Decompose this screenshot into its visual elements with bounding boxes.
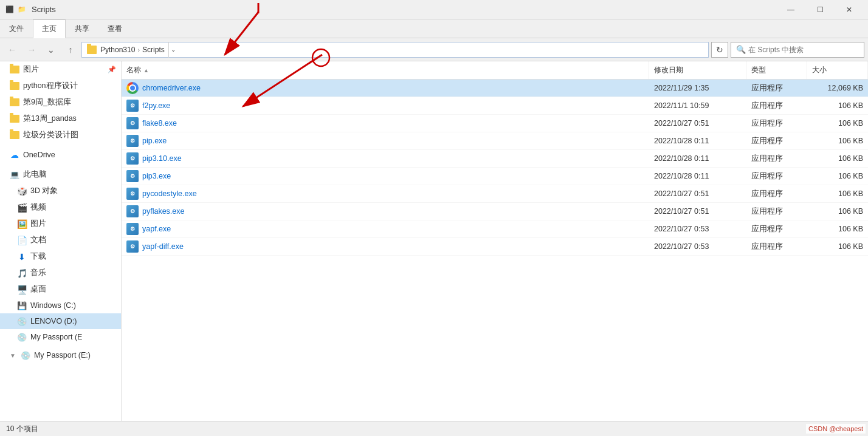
address-dropdown-button[interactable]: ⌄: [168, 42, 178, 58]
tab-home[interactable]: 主页: [33, 19, 66, 38]
sort-arrow-name: ▲: [143, 67, 149, 73]
table-row[interactable]: chromedriver.exe 2022/11/29 1:35 应用程序 12…: [122, 80, 868, 97]
table-row[interactable]: ⚙ yapf-diff.exe 2022/10/27 0:53 应用程序 106…: [122, 238, 868, 256]
watermark: CSDN @cheapest: [806, 424, 866, 434]
folder-icon: [10, 115, 19, 123]
title-bar-left-icons: ⬛ 📁: [5, 5, 27, 15]
sidebar-item-music[interactable]: 🎵 音乐: [0, 265, 121, 281]
sidebar-item-label: 垃圾分类设计图: [23, 130, 78, 140]
col-header-date[interactable]: 修改日期: [649, 61, 746, 79]
file-name: flake8.exe: [142, 119, 177, 128]
file-type-cell: 应用程序: [746, 185, 807, 202]
sidebar-item-garbage[interactable]: 垃圾分类设计图: [0, 127, 121, 143]
folder-icon: [10, 66, 19, 73]
sidebar-item-downloads[interactable]: ⬇ 下载: [0, 248, 121, 265]
sidebar-item-drive-d[interactable]: 💿 LENOVO (D:): [0, 313, 121, 329]
exe-icon: ⚙: [126, 188, 139, 200]
ribbon-tabs: 文件 主页 共享 查看: [0, 19, 868, 38]
tab-file[interactable]: 文件: [0, 19, 33, 38]
sidebar-item-docs[interactable]: 📄 文档: [0, 232, 121, 248]
table-row[interactable]: ⚙ pip.exe 2022/10/28 0:11 应用程序 106 KB: [122, 132, 868, 150]
sidebar-item-label: python程序设计: [23, 81, 78, 91]
table-row[interactable]: ⚙ pycodestyle.exe 2022/10/27 0:51 应用程序 1…: [122, 185, 868, 203]
file-name: yapf.exe: [142, 225, 171, 233]
close-button[interactable]: ✕: [835, 0, 863, 19]
folder-icon: [10, 98, 19, 106]
exe-icon: ⚙: [126, 100, 139, 112]
file-name-cell: ⚙ pycodestyle.exe: [122, 185, 649, 202]
forward-button[interactable]: →: [23, 41, 40, 58]
file-date-cell: 2022/10/27 0:53: [649, 238, 746, 255]
file-size-cell: 106 KB: [807, 220, 868, 237]
docs-icon: 📄: [17, 236, 27, 245]
up-button[interactable]: ↑: [62, 41, 79, 58]
col-header-name[interactable]: 名称 ▲: [122, 61, 649, 79]
file-name-cell: ⚙ yapf.exe: [122, 220, 649, 237]
sidebar-item-desktop[interactable]: 🖥️ 桌面: [0, 281, 121, 298]
search-input[interactable]: [748, 46, 859, 54]
sidebar-item-label: 音乐: [30, 268, 46, 278]
sidebar-item-pics[interactable]: 🖼️ 图片: [0, 216, 121, 232]
sidebar-item-label: 视频: [30, 202, 46, 213]
sidebar-item-mypassport[interactable]: ▼ 💿 My Passport (E:): [0, 347, 121, 363]
sidebar-item-label: 此电脑: [23, 169, 47, 180]
sidebar-item-label: Windows (C:): [30, 301, 76, 310]
file-date-cell: 2022/10/28 0:11: [649, 150, 746, 167]
file-type-cell: 应用程序: [746, 115, 807, 132]
sidebar-item-3d[interactable]: 🎲 3D 对象: [0, 183, 121, 199]
table-row[interactable]: ⚙ pip3.exe 2022/10/28 0:11 应用程序 106 KB: [122, 168, 868, 185]
sidebar-item-drive-e[interactable]: 💿 My Passport (E: [0, 329, 121, 345]
sidebar-item-label: 第13周_pandas: [23, 114, 77, 124]
table-row[interactable]: ⚙ pip3.10.exe 2022/10/28 0:11 应用程序 106 K…: [122, 150, 868, 168]
maximize-button[interactable]: ☐: [806, 0, 834, 19]
sidebar-item-label: My Passport (E:): [34, 351, 91, 359]
ribbon: 文件 主页 共享 查看: [0, 19, 868, 38]
sidebar-item-week9[interactable]: 第9周_数据库: [0, 94, 121, 111]
tab-share[interactable]: 共享: [66, 19, 98, 38]
sidebar-item-onedrive[interactable]: ☁ OneDrive: [0, 147, 121, 163]
exe-icon: ⚙: [126, 135, 139, 147]
file-type-cell: 应用程序: [746, 132, 807, 149]
file-name: f2py.exe: [142, 101, 170, 110]
back-button[interactable]: ←: [4, 41, 21, 58]
sidebar-item-python[interactable]: python程序设计: [0, 78, 121, 94]
table-row[interactable]: ⚙ yapf.exe 2022/10/27 0:53 应用程序 106 KB: [122, 220, 868, 238]
exe-icon: ⚙: [126, 205, 139, 217]
address-text: Python310 › Scripts: [100, 46, 165, 54]
file-name: pip3.exe: [142, 172, 171, 180]
expand-icon: ▼: [10, 352, 16, 359]
table-row[interactable]: ⚙ flake8.exe 2022/10/27 0:51 应用程序 106 KB: [122, 115, 868, 132]
address-field[interactable]: Python310 › Scripts ⌄: [81, 42, 709, 58]
sidebar-item-video[interactable]: 🎬 视频: [0, 199, 121, 216]
sidebar-item-label: 第9周_数据库: [23, 97, 71, 107]
video-icon: 🎬: [17, 203, 27, 213]
file-name: pip3.10.exe: [142, 154, 182, 163]
sidebar-item-label: 文档: [30, 235, 46, 245]
column-header-row: 名称 ▲ 修改日期 类型 大小: [122, 61, 868, 80]
sidebar-item-label: OneDrive: [23, 151, 55, 159]
address-breadcrumb-1[interactable]: Python310: [100, 46, 135, 54]
file-name-cell: ⚙ pip3.exe: [122, 168, 649, 185]
col-header-size[interactable]: 大小: [807, 61, 868, 79]
sidebar-item-week13[interactable]: 第13周_pandas: [0, 111, 121, 127]
tab-view[interactable]: 查看: [98, 19, 131, 38]
exe-icon: ⚙: [126, 117, 139, 129]
downloads-icon: ⬇: [17, 252, 27, 262]
sidebar-item-thispc[interactable]: 💻 此电脑: [0, 166, 121, 183]
sidebar-item-pictures[interactable]: 图片 📌: [0, 61, 121, 78]
table-row[interactable]: ⚙ f2py.exe 2022/11/1 10:59 应用程序 106 KB: [122, 97, 868, 115]
search-field[interactable]: 🔍: [731, 42, 864, 58]
col-header-type[interactable]: 类型: [746, 61, 807, 79]
address-breadcrumb-2[interactable]: Scripts: [142, 46, 165, 54]
dropdown-history-button[interactable]: ⌄: [43, 41, 60, 58]
address-sep-1: ›: [137, 46, 140, 53]
exe-icon: ⚙: [126, 223, 139, 235]
sidebar-item-drive-c[interactable]: 💾 Windows (C:): [0, 298, 121, 313]
refresh-button[interactable]: ↻: [711, 42, 728, 58]
minimize-button[interactable]: —: [777, 0, 805, 19]
table-row[interactable]: ⚙ pyflakes.exe 2022/10/27 0:51 应用程序 106 …: [122, 203, 868, 220]
drive-d-icon: 💿: [17, 316, 27, 326]
file-size-cell: 106 KB: [807, 115, 868, 132]
pictures-icon: 🖼️: [17, 219, 27, 229]
sidebar-item-label: My Passport (E: [30, 333, 82, 341]
